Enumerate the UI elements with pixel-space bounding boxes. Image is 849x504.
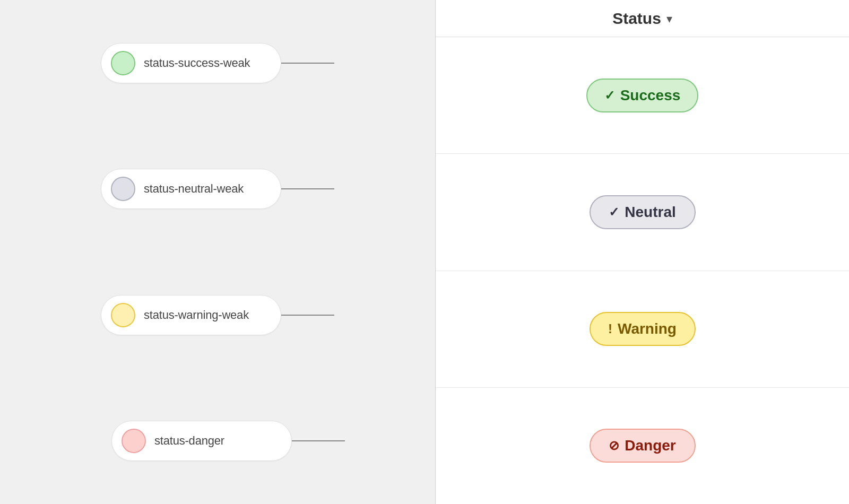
token-circle-neutral — [111, 177, 135, 201]
neutral-label: Neutral — [625, 204, 675, 221]
token-pill-warning: status-warning-weak — [101, 295, 281, 335]
right-row-success: ✓ Success — [436, 37, 849, 154]
connector-warning — [281, 315, 334, 316]
token-circle-success — [111, 51, 135, 75]
token-label-warning: status-warning-weak — [144, 308, 249, 322]
danger-label: Danger — [625, 437, 675, 454]
token-circle-danger — [122, 429, 146, 453]
connector-danger — [292, 440, 345, 441]
status-badge-warning[interactable]: ! Warning — [590, 312, 696, 346]
right-row-danger: ⊘ Danger — [436, 388, 849, 504]
status-header: Status ▾ — [436, 0, 849, 37]
token-circle-warning — [111, 303, 135, 327]
token-label-success: status-success-weak — [144, 56, 250, 70]
header-title: Status — [612, 10, 661, 28]
token-pill-success: status-success-weak — [101, 43, 281, 83]
danger-icon: ⊘ — [609, 438, 619, 453]
success-icon: ✓ — [604, 88, 615, 103]
success-label: Success — [620, 87, 681, 104]
token-pill-neutral: status-neutral-weak — [101, 169, 281, 209]
warning-label: Warning — [618, 320, 677, 337]
token-label-neutral: status-neutral-weak — [144, 182, 244, 196]
warning-icon: ! — [608, 321, 612, 336]
right-row-neutral: ✓ Neutral — [436, 154, 849, 271]
status-badge-danger[interactable]: ⊘ Danger — [590, 429, 696, 463]
connector-neutral — [281, 188, 334, 189]
status-badge-neutral[interactable]: ✓ Neutral — [590, 195, 696, 229]
token-pill-danger: status-danger — [111, 421, 292, 461]
status-badge-success[interactable]: ✓ Success — [586, 79, 699, 112]
neutral-icon: ✓ — [609, 205, 619, 220]
right-row-warning: ! Warning — [436, 271, 849, 388]
chevron-down-icon[interactable]: ▾ — [666, 12, 672, 26]
connector-success — [281, 63, 334, 64]
token-label-danger: status-danger — [154, 434, 224, 448]
